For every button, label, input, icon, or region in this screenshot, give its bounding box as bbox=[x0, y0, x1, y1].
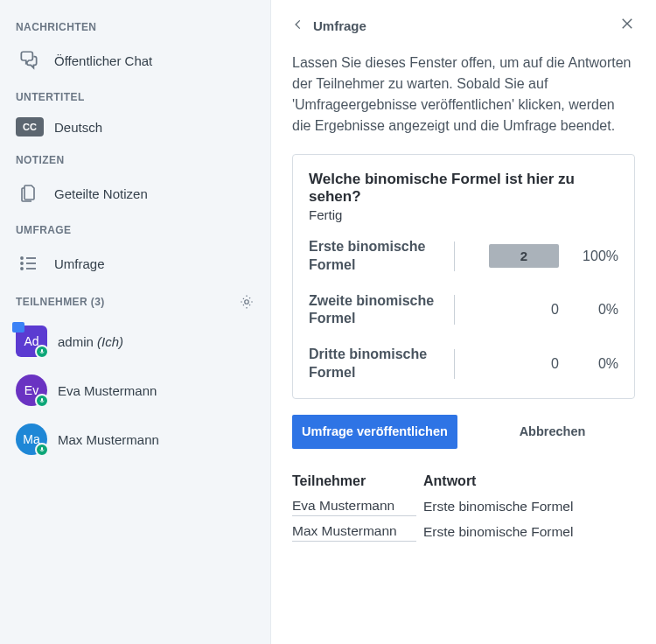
result-count: 0 bbox=[524, 356, 559, 372]
document-icon bbox=[16, 180, 42, 206]
participant-item[interactable]: MaMax Mustermann bbox=[0, 415, 270, 464]
response-name: Eva Mustermann bbox=[292, 498, 416, 516]
panel-title: Umfrage bbox=[313, 18, 366, 33]
panel-header: Umfrage bbox=[292, 16, 635, 35]
result-label: Dritte binomische Formel bbox=[309, 346, 449, 382]
section-header-notes: NOTIZEN bbox=[0, 144, 270, 173]
poll-label: Umfrage bbox=[54, 256, 105, 271]
section-header-participants: TEILNEHMER (3) bbox=[0, 284, 270, 317]
svg-rect-8 bbox=[41, 398, 43, 402]
avatar: Ad bbox=[16, 326, 47, 357]
chat-label: Öffentlicher Chat bbox=[54, 53, 152, 68]
response-row: Max MustermannErste binomische Formel bbox=[292, 520, 635, 545]
separator bbox=[454, 349, 455, 379]
separator bbox=[454, 295, 455, 325]
mic-icon bbox=[35, 443, 49, 457]
participant-name: Max Mustermann bbox=[58, 432, 159, 447]
sidebar-item-subtitles[interactable]: CC Deutsch bbox=[0, 110, 270, 144]
chat-icon bbox=[16, 47, 42, 74]
poll-results-box: Welche binomische Formel ist hier zu seh… bbox=[292, 154, 635, 399]
list-icon bbox=[16, 250, 42, 276]
svg-rect-7 bbox=[41, 349, 43, 353]
result-label: Zweite binomische Formel bbox=[309, 292, 449, 329]
svg-rect-9 bbox=[41, 447, 43, 451]
response-answer: Erste binomische Formel bbox=[423, 524, 573, 540]
result-percent: 0% bbox=[576, 356, 618, 372]
poll-status: Fertig bbox=[309, 207, 618, 222]
result-percent: 0% bbox=[576, 302, 618, 318]
participant-item[interactable]: EvEva Mustermann bbox=[0, 366, 270, 415]
svg-point-6 bbox=[245, 300, 249, 304]
back-icon[interactable] bbox=[292, 18, 304, 33]
hdr-participant: Teilnehmer bbox=[292, 473, 423, 489]
mic-icon bbox=[35, 345, 49, 359]
subtitle-language: Deutsch bbox=[54, 120, 102, 135]
sidebar-item-public-chat[interactable]: Öffentlicher Chat bbox=[0, 40, 270, 80]
result-percent: 100% bbox=[576, 248, 618, 264]
section-header-poll: UMFRAGE bbox=[0, 214, 270, 243]
poll-panel: Umfrage Lassen Sie dieses Fenster offen,… bbox=[271, 0, 656, 644]
poll-result-row: Zweite binomische Formel00% bbox=[309, 292, 618, 329]
svg-point-2 bbox=[21, 268, 23, 270]
participant-name: admin (Ich) bbox=[58, 334, 123, 349]
response-name: Max Mustermann bbox=[292, 523, 416, 542]
button-row: Umfrage veröffentlichen Abbrechen bbox=[292, 415, 635, 449]
panel-intro-text: Lassen Sie dieses Fenster offen, um auf … bbox=[292, 52, 635, 136]
hdr-answer: Antwort bbox=[423, 473, 476, 489]
sidebar-item-poll[interactable]: Umfrage bbox=[0, 243, 270, 284]
svg-point-0 bbox=[21, 257, 23, 259]
poll-result-row: Erste binomische Formel2100% bbox=[309, 238, 618, 275]
avatar: Ev bbox=[16, 374, 47, 406]
result-label: Erste binomische Formel bbox=[309, 238, 449, 275]
separator bbox=[454, 242, 455, 271]
section-header-subtitles: UNTERTITEL bbox=[0, 80, 270, 110]
publish-button[interactable]: Umfrage veröffentlichen bbox=[292, 415, 457, 449]
sidebar-item-notes[interactable]: Geteilte Notizen bbox=[0, 173, 270, 214]
cc-icon: CC bbox=[16, 117, 44, 136]
response-answer: Erste binomische Formel bbox=[423, 499, 573, 514]
result-count: 0 bbox=[524, 302, 559, 318]
presenter-badge-icon bbox=[12, 322, 24, 332]
result-count: 2 bbox=[489, 244, 559, 268]
gear-icon[interactable] bbox=[239, 294, 255, 310]
participant-name: Eva Mustermann bbox=[58, 383, 157, 398]
mic-icon bbox=[35, 394, 49, 408]
avatar: Ma bbox=[16, 424, 47, 455]
close-icon[interactable] bbox=[619, 16, 635, 35]
participant-item[interactable]: Adadmin (Ich) bbox=[0, 317, 270, 366]
response-row: Eva MustermannErste binomische Formel bbox=[292, 494, 635, 520]
responses-header: Teilnehmer Antwort bbox=[292, 473, 635, 489]
sidebar: NACHRICHTEN Öffentlicher Chat UNTERTITEL… bbox=[0, 0, 271, 644]
poll-question: Welche binomische Formel ist hier zu seh… bbox=[309, 171, 618, 206]
poll-result-row: Dritte binomische Formel00% bbox=[309, 346, 618, 382]
cancel-button[interactable]: Abbrechen bbox=[470, 415, 635, 449]
svg-point-1 bbox=[21, 262, 23, 264]
notes-label: Geteilte Notizen bbox=[54, 186, 148, 201]
section-header-messages: NACHRICHTEN bbox=[0, 10, 270, 40]
